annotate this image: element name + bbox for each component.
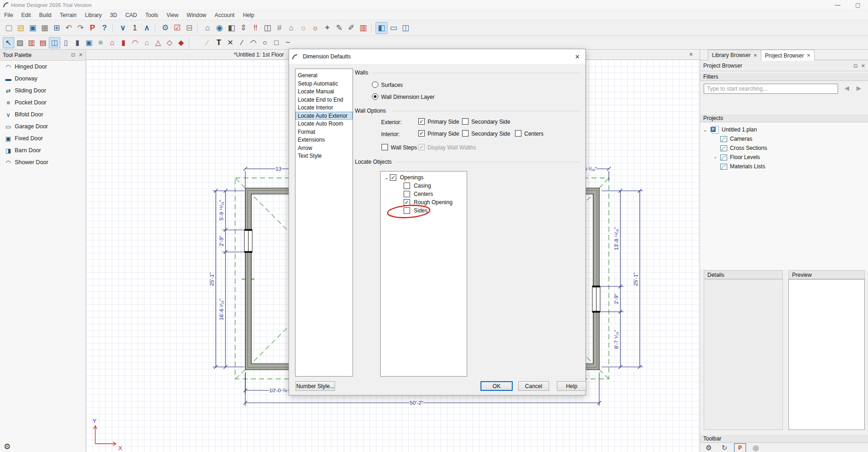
nav-item-locate-auto-exterior[interactable]: Locate Auto Exterior: [295, 112, 353, 120]
nav-item-extensions[interactable]: Extensions: [295, 136, 353, 144]
edit-icon[interactable]: ✎: [333, 22, 345, 34]
column-tool-icon[interactable]: ▮: [118, 37, 129, 48]
dim-right-top[interactable]: 13'-8 ¹¹⁄₁₆": [613, 227, 619, 251]
dim-right-mid[interactable]: 2'-9": [613, 294, 619, 304]
dim-left-bottom[interactable]: 16'-6 ¹⁄₁₆": [219, 299, 224, 320]
tree-checkbox[interactable]: [404, 199, 410, 206]
menu-item[interactable]: Tools: [141, 10, 162, 20]
nav-item-setup-automatic[interactable]: Setup Automatic: [295, 80, 353, 88]
settings-gear-icon[interactable]: ⚙: [4, 442, 11, 452]
menu-item[interactable]: Help: [239, 10, 259, 20]
turret-tool-icon[interactable]: ◆: [175, 37, 187, 48]
roof-tool-icon[interactable]: ◠: [129, 37, 141, 48]
nav-item-format[interactable]: Format: [295, 128, 353, 136]
palette-item-barn-door[interactable]: ◨ Barn Door: [0, 144, 86, 156]
checkbox-interior-primary-side[interactable]: [418, 130, 425, 137]
view-tab-title[interactable]: *Untitled 1: 1st Floor: [234, 51, 284, 58]
dialog-title-bar[interactable]: Dimension Defaults ✕: [289, 49, 585, 64]
palette-item-sliding-door[interactable]: ⇄ Sliding Door: [0, 85, 86, 97]
help-icon[interactable]: ?: [98, 22, 110, 34]
separator[interactable]: [155, 23, 158, 33]
export-pdf-icon[interactable]: P: [87, 22, 98, 34]
expander-icon[interactable]: ⌄: [383, 175, 390, 181]
save-plan-icon[interactable]: ▣: [27, 22, 39, 34]
window-right[interactable]: [592, 286, 600, 313]
plan-check-icon[interactable]: ⊟: [183, 22, 195, 34]
default-settings-icon[interactable]: ⚙: [159, 22, 171, 34]
radio-surfaces[interactable]: [372, 81, 378, 88]
tree-item-openings[interactable]: ⌄ Openings: [381, 173, 467, 182]
help-button[interactable]: Help: [557, 381, 586, 391]
number-style-button[interactable]: Number Style...: [295, 381, 335, 391]
tree-checkbox[interactable]: [404, 207, 410, 214]
maximize-button[interactable]: ▢: [848, 0, 868, 10]
appliance-tool-icon[interactable]: ▣: [83, 37, 95, 48]
sun-icon[interactable]: ☼: [297, 22, 309, 34]
palette-item-doorway[interactable]: ▬ Doorway: [0, 73, 86, 85]
nav-item-text-style[interactable]: Text Style: [295, 152, 353, 160]
project-item-floor-levels[interactable]: › Floor Levels: [700, 153, 868, 162]
project-item-materials-lists[interactable]: Materials Lists: [700, 162, 868, 171]
window-left[interactable]: [244, 229, 252, 253]
current-floor-number[interactable]: 1: [129, 22, 141, 34]
menu-item[interactable]: View: [162, 10, 183, 20]
dormer-tool-icon[interactable]: ⌂: [141, 37, 152, 48]
framing-icon[interactable]: #: [273, 22, 285, 34]
ok-button[interactable]: OK: [480, 381, 513, 391]
preferences-icon[interactable]: ☑: [171, 22, 183, 34]
tree-checkbox[interactable]: [390, 174, 396, 181]
roll-toolbar-up-icon[interactable]: ∧: [141, 22, 153, 34]
dim-right-total[interactable]: 25'-1": [633, 272, 638, 286]
checkbox-interior-secondary-side[interactable]: [462, 130, 469, 137]
separator[interactable]: [189, 37, 200, 48]
tree-item-casing[interactable]: Casing: [381, 182, 467, 190]
menu-item[interactable]: Window: [183, 10, 211, 20]
cross-marker-tool-icon[interactable]: ✕: [225, 37, 236, 48]
dim-right-bottom[interactable]: 8'-7 ⁵⁄₁₆": [613, 330, 619, 349]
project-item-cameras[interactable]: Cameras: [700, 134, 868, 143]
tree-checkbox[interactable]: [404, 183, 410, 189]
skylight-tool-icon[interactable]: ◇: [164, 37, 175, 48]
checkbox-exterior-secondary-side[interactable]: [462, 118, 469, 125]
project-root-untitled-1-plan[interactable]: ⌄ Untitled 1.plan: [700, 125, 868, 134]
refresh-icon[interactable]: ↻: [718, 443, 730, 452]
float-panel-icon[interactable]: ⊡: [854, 63, 858, 69]
rect-tool-icon[interactable]: □: [271, 37, 282, 48]
search-prev-icon[interactable]: ◀: [845, 85, 849, 92]
dim-left-mid[interactable]: 2'-9": [219, 236, 224, 246]
floor-plan-view-icon[interactable]: ⌂: [202, 22, 214, 34]
menu-item[interactable]: Terrain: [56, 10, 81, 20]
nav-item-arrow[interactable]: Arrow: [295, 144, 353, 152]
close-panel-icon[interactable]: ✕: [861, 63, 865, 69]
send-to-dialog-icon[interactable]: ◎: [750, 443, 762, 452]
select-objects-icon[interactable]: ↖: [3, 37, 14, 48]
doll-house-view-icon[interactable]: ◧: [226, 22, 237, 34]
roll-toolbar-down-icon[interactable]: ∨: [117, 22, 129, 34]
dialog-close-icon[interactable]: ✕: [575, 53, 580, 60]
dim-top-left-partial[interactable]: 13: [276, 166, 282, 172]
palette-item-shower-door[interactable]: ◠ Shower Door: [0, 156, 86, 168]
plan-window-icon[interactable]: ◧: [376, 22, 388, 34]
print-preview-icon[interactable]: ⊞: [51, 22, 63, 34]
hatch-icon[interactable]: ▨: [14, 37, 26, 48]
separator[interactable]: [371, 23, 374, 33]
eyedropper-icon[interactable]: ✐: [345, 22, 357, 34]
text-tool-icon[interactable]: T: [213, 37, 225, 48]
float-panel-icon[interactable]: ⊡: [71, 52, 75, 58]
menu-item[interactable]: CAD: [121, 10, 141, 20]
project-browser-panel-icon[interactable]: P: [734, 443, 746, 452]
menu-item[interactable]: Build: [35, 10, 56, 20]
view-close-icon[interactable]: ✕: [689, 51, 693, 57]
menu-item[interactable]: Edit: [17, 10, 35, 20]
separator[interactable]: [112, 23, 116, 33]
dim-left-top[interactable]: 5'-9 ¹⁵⁄₁₆": [219, 200, 224, 220]
walkthrough-icon[interactable]: ‼: [249, 22, 261, 34]
redo-icon[interactable]: ↷: [75, 22, 87, 34]
dim-top-right-partial[interactable]: 5 ¹⁄₁₆": [584, 166, 597, 172]
sun-angle-icon[interactable]: ☼: [309, 22, 321, 34]
cancel-button[interactable]: Cancel: [518, 381, 549, 391]
nav-item-locate-end-to-end[interactable]: Locate End to End: [295, 96, 353, 104]
close-panel-icon[interactable]: ✕: [79, 52, 83, 58]
library-icon[interactable]: ▥: [357, 22, 369, 34]
palette-item-garage-door[interactable]: ▭ Garage Door: [0, 120, 86, 132]
